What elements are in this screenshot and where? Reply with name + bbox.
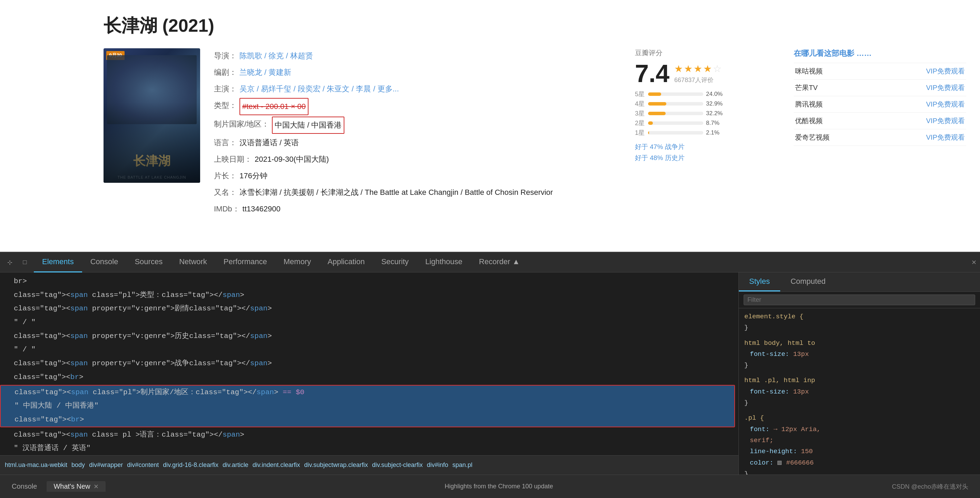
director-value[interactable]: 陈凯歌 / 徐克 / 林超贤 — [239, 48, 313, 63]
devtools-tab-application[interactable]: Application — [319, 252, 373, 273]
breadcrumb-item[interactable]: div.article — [223, 462, 248, 469]
bar-bg — [648, 92, 703, 96]
html-line[interactable]: class="tag"><span property="v:genre">战争c… — [0, 357, 738, 370]
bar-label: 4星 — [635, 100, 645, 108]
rating-bar-item: 5星 24.0% — [635, 90, 766, 98]
watch-action[interactable]: VIP免费观看 — [926, 100, 965, 109]
close-devtools-icon[interactable]: ✕ — [971, 259, 977, 266]
css-rule-html-body: html body, html to font-size: 13px } — [744, 338, 974, 371]
rating-bar-item: 2星 8.7% — [635, 119, 766, 127]
devtools-tab-console[interactable]: Console — [82, 252, 127, 273]
rating-tag[interactable]: 好于 48% 历史片 — [635, 154, 766, 162]
breadcrumb-item[interactable]: div.grid-16-8.clearfix — [163, 462, 218, 469]
star-2: ★ — [684, 63, 692, 75]
browser-page: 长津湖 (2021) 9月30 长津湖 THE BATTLE AT LAKE C… — [0, 0, 980, 252]
watch-action[interactable]: VIP免费观看 — [926, 133, 965, 142]
element-highlight-box: class="tag"><span class="pl">制片国家/地区：cla… — [0, 385, 735, 427]
close-tab-icon[interactable]: ✕ — [94, 483, 99, 490]
watch-title: 在哪儿看这部电影 …… — [794, 48, 966, 59]
rating-count: 667837人评价 — [674, 76, 722, 84]
watch-platform: 优酷视频 — [795, 116, 822, 125]
watch-item[interactable]: 优酷视频 VIP免费观看 — [794, 113, 966, 129]
release-value: 2021-09-30(中国大陆) — [255, 152, 329, 167]
watch-item[interactable]: 爱奇艺视频 VIP免费观看 — [794, 129, 966, 146]
html-line[interactable]: class="tag"><span class="pl">制片国家/地区：cla… — [1, 385, 734, 400]
css-selector: element.style { — [744, 311, 974, 322]
writer-value[interactable]: 兰晓龙 / 黄建新 — [239, 65, 291, 80]
device-mode-icon[interactable]: □ — [19, 256, 31, 269]
css-prop-row: font-size: 13px — [744, 349, 974, 360]
breadcrumb-item[interactable]: body — [72, 462, 85, 469]
type-label: 类型： — [214, 98, 237, 113]
devtools-tab-recorder-▲[interactable]: Recorder ▲ — [471, 252, 528, 273]
html-line[interactable]: class="tag"><span class="pl">类型：class="t… — [0, 288, 738, 302]
html-line[interactable]: class="tag"><span property="v:genre">历史c… — [0, 329, 738, 343]
breadcrumb-item[interactable]: div.indent.clearfix — [253, 462, 300, 469]
styles-filter — [739, 292, 980, 308]
watch-item[interactable]: 芒果TV VIP免费观看 — [794, 80, 966, 96]
watch-action[interactable]: VIP免费观看 — [926, 83, 965, 92]
breadcrumb-item[interactable]: div#content — [127, 462, 159, 469]
breadcrumb-bar: html.ua-mac.ua-webkit body div#wrapper d… — [0, 455, 738, 474]
watch-platform: 咪咕视频 — [795, 67, 822, 76]
watch-item[interactable]: 咪咕视频 VIP免费观看 — [794, 63, 966, 80]
region-label: 制片国家/地区： — [214, 117, 269, 132]
devtools-toolbar: ⊹ □ ElementsConsoleSourcesNetworkPerform… — [0, 252, 980, 273]
devtools-tab-security[interactable]: Security — [373, 252, 417, 273]
color-swatch — [778, 461, 781, 465]
director-label: 导演： — [214, 48, 237, 63]
bar-bg — [648, 102, 703, 106]
html-line[interactable]: " / " — [0, 316, 738, 329]
bottom-tab-what's-new[interactable]: What's New✕ — [46, 481, 106, 492]
watch-platform: 爱奇艺视频 — [795, 133, 830, 142]
watch-item[interactable]: 腾讯视频 VIP免费观看 — [794, 96, 966, 113]
css-prop-row: serif; — [744, 435, 974, 446]
html-line[interactable]: " / " — [0, 343, 738, 357]
select-element-icon[interactable]: ⊹ — [3, 256, 16, 269]
devtools-tab-elements[interactable]: Elements — [34, 252, 82, 273]
html-line[interactable]: class="tag"><span property="v:genre">剧情c… — [0, 302, 738, 316]
devtools-tab-network[interactable]: Network — [171, 252, 215, 273]
cast-value[interactable]: 吴京 / 易烊千玺 / 段奕宏 / 朱亚文 / 李晨 / 更多... — [239, 81, 399, 97]
breadcrumb-item[interactable]: div#wrapper — [89, 462, 123, 469]
bar-label: 2星 — [635, 119, 645, 127]
html-line[interactable]: " 中国大陆 / 中国香港" — [1, 399, 734, 413]
breadcrumb-item[interactable]: div.subject-clearfix — [372, 462, 423, 469]
watermark: CSDN @echo赤峰在逃对头 — [892, 482, 968, 491]
devtools-tab-lighthouse[interactable]: Lighthouse — [417, 252, 471, 273]
bar-fill — [648, 121, 653, 125]
watch-action[interactable]: VIP免费观看 — [926, 67, 965, 76]
aka-label: 又名： — [214, 185, 237, 200]
rating-tag[interactable]: 好于 47% 战争片 — [635, 143, 766, 151]
breadcrumb-item[interactable]: div#info — [427, 462, 448, 469]
breadcrumb-item[interactable]: span.pl — [452, 462, 473, 469]
cast-label: 主演： — [214, 81, 237, 97]
html-line[interactable]: br> — [0, 274, 738, 288]
html-line[interactable]: class="tag"><span class= pl >语言：class="t… — [0, 428, 738, 442]
devtools-tab-memory[interactable]: Memory — [275, 252, 319, 273]
filter-input[interactable] — [744, 295, 975, 305]
html-line[interactable]: " 汉语普通话 / 英语" — [0, 441, 738, 455]
star-3: ★ — [694, 63, 702, 75]
breadcrumb-item[interactable]: div.subjectwrap.clearfix — [304, 462, 368, 469]
watch-action[interactable]: VIP免费观看 — [926, 116, 965, 125]
duration-row: 片长： 176分钟 — [214, 168, 607, 184]
styles-tabs: Styles Computed — [739, 273, 980, 292]
bar-pct: 32.2% — [706, 110, 722, 117]
css-selector: html body, html to — [744, 338, 974, 349]
tab-styles[interactable]: Styles — [739, 273, 780, 292]
star-1: ★ — [674, 63, 683, 75]
breadcrumb-item[interactable]: html.ua-mac.ua-webkit — [5, 462, 67, 469]
star-5: ☆ — [713, 63, 722, 75]
devtools-tab-sources[interactable]: Sources — [126, 252, 171, 273]
imdb-label: IMDb： — [214, 201, 240, 217]
release-row: 上映日期： 2021-09-30(中国大陆) — [214, 152, 607, 167]
css-prop-row: line-height: 150 — [744, 446, 974, 457]
devtools-tab-performance[interactable]: Performance — [215, 252, 275, 273]
bottom-tab-console[interactable]: Console — [5, 481, 44, 492]
region-row: 制片国家/地区： 中国大陆 / 中国香港 — [214, 117, 607, 134]
html-line[interactable]: class="tag"><br> — [1, 413, 734, 427]
bar-label: 5星 — [635, 90, 645, 98]
tab-computed[interactable]: Computed — [780, 273, 836, 292]
html-line[interactable]: class="tag"><br> — [0, 370, 738, 384]
